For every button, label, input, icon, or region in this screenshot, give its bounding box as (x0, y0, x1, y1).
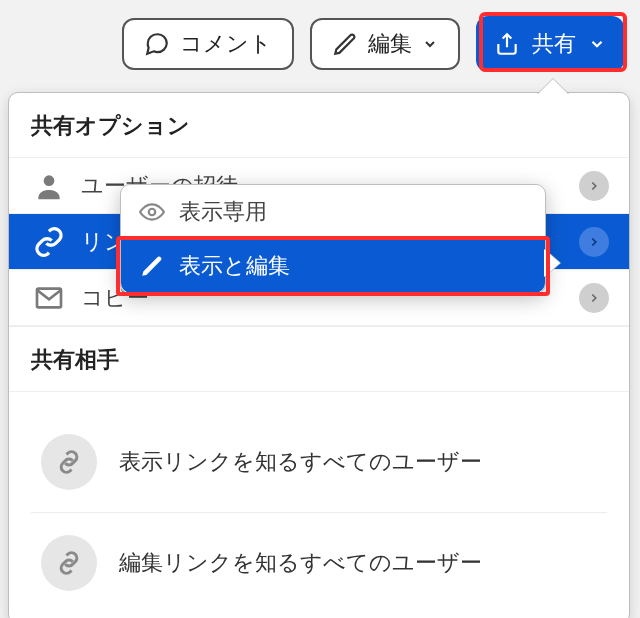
edit-link-all-label: 編集リンクを知るすべてのユーザー (119, 548, 482, 578)
user-icon (33, 170, 65, 202)
comment-button[interactable]: コメント (122, 18, 294, 70)
chevron-right-icon (579, 227, 609, 257)
share-icon (494, 31, 520, 57)
view-only-label: 表示専用 (179, 197, 267, 227)
pencil-icon (139, 253, 165, 279)
top-toolbar: コメント 編集 共有 (122, 16, 624, 72)
double-link-icon (41, 434, 97, 490)
share-label: 共有 (532, 29, 576, 59)
comment-label: コメント (180, 29, 272, 59)
edit-label: 編集 (368, 29, 412, 59)
speech-bubble-icon (144, 31, 170, 57)
view-edit-label: 表示と編集 (179, 251, 290, 281)
share-with-list: 表示リンクを知るすべてのユーザー 編集リンクを知るすべてのユーザー (9, 392, 629, 618)
eye-icon (139, 199, 165, 225)
link-icon (33, 226, 65, 258)
double-link-icon (41, 535, 97, 591)
view-edit-option[interactable]: 表示と編集 (121, 239, 545, 293)
chevron-right-icon (579, 171, 609, 201)
mail-icon (33, 282, 65, 314)
chevron-down-icon (588, 35, 606, 53)
view-only-option[interactable]: 表示専用 (121, 185, 545, 239)
edit-button[interactable]: 編集 (310, 18, 460, 70)
chevron-right-icon (579, 283, 609, 313)
share-popover: 共有オプション ユーザーの招待 リン コピー 共有相手 (8, 92, 630, 618)
permissions-flyout: 表示専用 表示と編集 (120, 184, 546, 294)
svg-point-0 (44, 175, 55, 186)
share-with-heading: 共有相手 (9, 326, 629, 392)
pencil-icon (332, 31, 358, 57)
svg-point-2 (149, 208, 156, 215)
chevron-down-icon (422, 36, 438, 52)
share-button[interactable]: 共有 (476, 16, 624, 72)
share-options-heading: 共有オプション (9, 93, 629, 158)
view-link-all-row[interactable]: 表示リンクを知るすべてのユーザー (31, 412, 607, 513)
edit-link-all-row[interactable]: 編集リンクを知るすべてのユーザー (31, 513, 607, 613)
view-link-all-label: 表示リンクを知るすべてのユーザー (119, 447, 482, 477)
